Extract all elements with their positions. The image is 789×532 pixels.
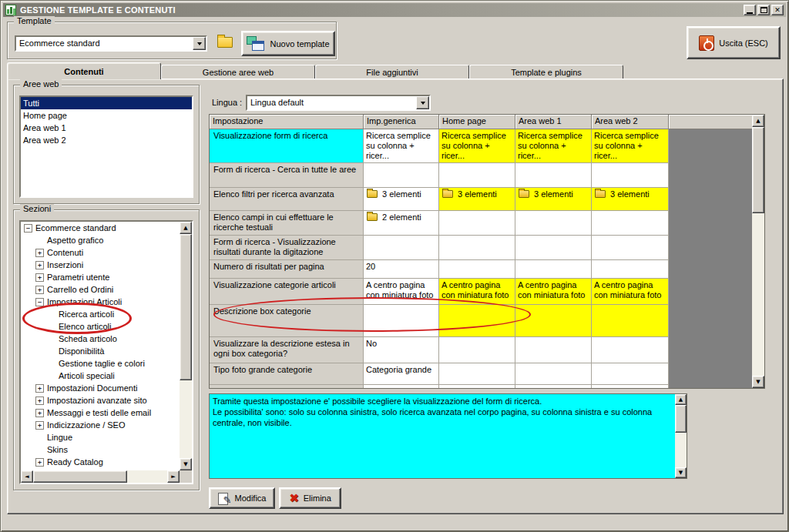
setting-value[interactable]	[364, 236, 439, 260]
setting-value[interactable]	[592, 385, 669, 388]
setting-value[interactable]	[439, 260, 515, 279]
table-vertical-scrollbar[interactable]: ▲ ▼	[752, 115, 764, 388]
aree-web-listbox[interactable]: TuttiHome pageArea web 1Area web 2	[19, 95, 193, 198]
setting-value[interactable]	[515, 163, 592, 188]
setting-value[interactable]: A centro pagina con miniatura foto	[592, 279, 669, 305]
setting-value[interactable]	[592, 305, 669, 337]
expand-icon[interactable]: +	[35, 396, 44, 405]
column-header-impostazione[interactable]: Impostazione	[210, 115, 364, 129]
setting-label[interactable]: Visualizzare la descrizione estesa in og…	[210, 337, 364, 363]
setting-label[interactable]: Elenco campi in cui effettuare le ricerc…	[210, 211, 364, 236]
setting-value[interactable]	[515, 363, 592, 385]
scrollbar-thumb[interactable]	[752, 127, 764, 213]
setting-value[interactable]	[592, 163, 669, 188]
scroll-down-button[interactable]: ▼	[752, 376, 764, 388]
setting-label[interactable]: Descrizione box categorie	[210, 305, 364, 337]
expand-icon[interactable]: +	[35, 458, 44, 467]
scrollbar-thumb[interactable]	[180, 234, 192, 380]
setting-value[interactable]: Ricerca semplice su colonna + ricer...	[439, 129, 515, 163]
setting-value[interactable]	[364, 305, 439, 337]
aree-web-item-area-web-1[interactable]: Area web 1	[21, 122, 192, 134]
tab-contenuti[interactable]: Contenuti	[7, 62, 161, 79]
setting-label[interactable]: Form di ricerca - Visualizzazione risult…	[210, 236, 364, 260]
setting-value[interactable]: 3 elementi	[439, 188, 515, 211]
tree-item-carrello-ed-ordini[interactable]: +Carrello ed Ordini	[21, 283, 180, 296]
setting-value[interactable]: A centro pagina con miniatura foto	[364, 279, 439, 305]
tree-item-ready-catalog[interactable]: +Ready Catalog	[21, 456, 180, 468]
table-row-visualizzazione-categorie-articoli[interactable]: Visualizzazione categorie articoliA cent…	[210, 279, 669, 305]
tab-template-e-plugins[interactable]: Template e plugins	[469, 65, 623, 79]
scroll-left-button[interactable]: ◄	[21, 470, 33, 483]
lingua-combobox-dropdown-button[interactable]	[416, 96, 429, 109]
expand-icon[interactable]: +	[35, 273, 44, 282]
tree-item-impostazioni-avanzate-sito[interactable]: +Impostazioni avanzate sito	[21, 394, 180, 407]
setting-value[interactable]	[515, 305, 592, 337]
setting-value[interactable]	[439, 163, 515, 188]
column-header-area-web-1[interactable]: Area web 1	[515, 115, 592, 129]
template-combobox-dropdown-button[interactable]	[193, 37, 206, 50]
tree-item-impostazioni-articoli[interactable]: −Impostazioni Articoli	[21, 296, 180, 308]
elimina-button[interactable]: ✖ Elimina	[279, 487, 341, 509]
tree-item-skins[interactable]: Skins	[21, 443, 180, 456]
exit-button[interactable]: Uscita (ESC)	[687, 26, 781, 59]
aree-web-item-area-web-2[interactable]: Area web 2	[21, 134, 192, 146]
tree-item-inserzioni[interactable]: +Inserzioni	[21, 259, 180, 271]
expand-icon[interactable]: +	[35, 249, 44, 257]
info-vertical-scrollbar[interactable]: ▲ ▼	[675, 394, 687, 478]
nuovo-template-button[interactable]: Nuovo template	[241, 31, 335, 56]
setting-value[interactable]	[592, 337, 669, 363]
lingua-combobox[interactable]: Lingua default	[246, 95, 431, 111]
scroll-up-button[interactable]: ▲	[675, 394, 687, 405]
modifica-button[interactable]: Modifica	[209, 487, 275, 509]
setting-label[interactable]: Visualizzazione categorie articoli	[210, 279, 364, 305]
scroll-down-button[interactable]: ▼	[180, 458, 192, 470]
setting-value[interactable]	[439, 363, 515, 385]
tab-file-aggiuntivi[interactable]: File aggiuntivi	[315, 65, 469, 79]
setting-label[interactable]: Form di ricerca - Cerca in tutte le aree	[210, 163, 364, 188]
setting-value[interactable]	[439, 305, 515, 337]
setting-value[interactable]	[592, 260, 669, 279]
setting-value[interactable]	[439, 211, 515, 236]
tree-vertical-scrollbar[interactable]: ▲ ▼	[180, 222, 192, 470]
tree-item-disponibilit[interactable]: Disponibilità	[21, 345, 180, 357]
tree-item-parametri-utente[interactable]: +Parametri utente	[21, 271, 180, 283]
tree-item-contenuti[interactable]: +Contenuti	[21, 246, 180, 259]
scroll-right-button[interactable]: ►	[167, 470, 180, 483]
expand-icon[interactable]: +	[35, 286, 44, 294]
setting-value[interactable]	[439, 236, 515, 260]
table-row-numero-di-risultati-per-pagina[interactable]: Numero di risultati per pagina20	[210, 260, 669, 279]
setting-value[interactable]	[515, 236, 592, 260]
maximize-button[interactable]	[757, 5, 770, 15]
setting-label[interactable]: Visualizzazione form di ricerca	[210, 129, 364, 163]
scroll-up-button[interactable]: ▲	[752, 115, 764, 127]
minimize-button[interactable]	[744, 5, 756, 15]
tree-item-impostazioni-documenti[interactable]: +Impostazioni Documenti	[21, 382, 180, 394]
scrollbar-thumb[interactable]	[33, 470, 127, 483]
setting-value[interactable]	[515, 211, 592, 236]
setting-value[interactable]: Ricerca semplice su colonna + ricer...	[592, 129, 669, 163]
tree-item-lingue[interactable]: Lingue	[21, 431, 180, 443]
setting-value[interactable]	[515, 337, 592, 363]
setting-value[interactable]	[439, 337, 515, 363]
template-combobox[interactable]: Ecommerce standard	[15, 35, 207, 52]
column-header-home-page[interactable]: Home page	[439, 115, 515, 129]
aree-web-item-home-page[interactable]: Home page	[21, 109, 192, 122]
tree-item-messaggi-e-testi-delle-email[interactable]: +Messaggi e testi delle email	[21, 407, 180, 419]
table-row-descrizione-box-categorie[interactable]: Descrizione box categorie	[210, 305, 669, 337]
tree-item-ecommerce-standard[interactable]: −Ecommerce standard	[21, 222, 180, 234]
setting-value[interactable]	[592, 363, 669, 385]
setting-value[interactable]	[592, 211, 669, 236]
table-row-tipo-foto-categorie[interactable]: Tipo foto categorieCategoria piccola	[210, 385, 669, 388]
setting-value[interactable]	[515, 385, 592, 388]
setting-label[interactable]: Tipo foto categorie	[210, 385, 364, 388]
collapse-icon[interactable]: −	[24, 224, 32, 233]
table-row-elenco-campi-in-cui-effettuare-le-ricerche-testuali[interactable]: Elenco campi in cui effettuare le ricerc…	[210, 211, 669, 236]
setting-label[interactable]: Numero di risultati per pagina	[210, 260, 364, 279]
setting-value[interactable]: 3 elementi	[515, 188, 592, 211]
tree-item-elenco-articoli[interactable]: Elenco articoli	[21, 320, 180, 333]
setting-value[interactable]: 3 elementi	[592, 188, 669, 211]
scroll-up-button[interactable]: ▲	[180, 222, 192, 234]
tab-gestione-aree-web[interactable]: Gestione aree web	[161, 65, 315, 79]
setting-value[interactable]: Ricerca semplice su colonna + ricer...	[364, 129, 439, 163]
setting-value[interactable]: 3 elementi	[364, 188, 439, 211]
